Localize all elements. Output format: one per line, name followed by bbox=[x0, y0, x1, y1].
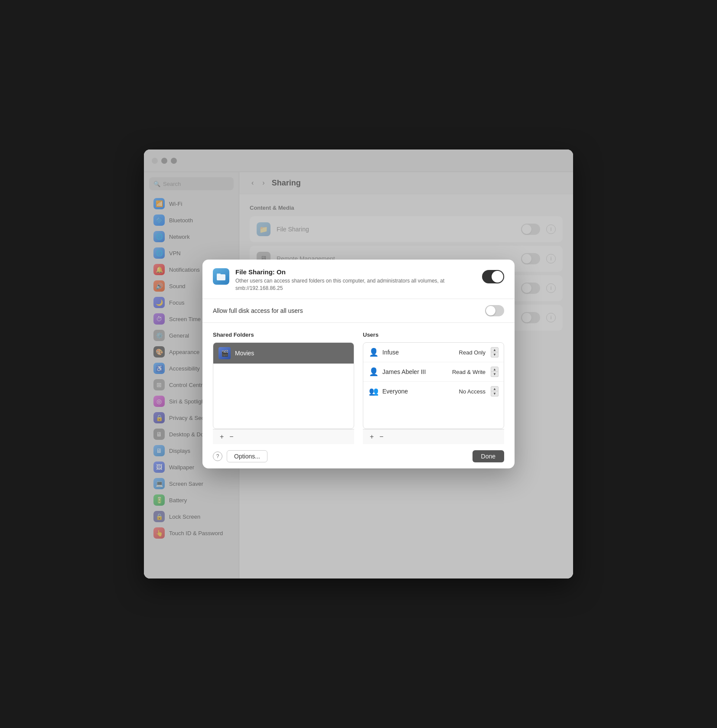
disk-access-toggle[interactable] bbox=[485, 305, 504, 316]
folders-users-section: Shared Folders 🎬 Movies + − Users bbox=[202, 323, 515, 444]
modal-header: File Sharing: On Other users can access … bbox=[202, 260, 515, 299]
folder-item-movies[interactable]: 🎬 Movies bbox=[213, 343, 354, 364]
svg-rect-0 bbox=[217, 274, 225, 280]
user-row-infuse[interactable]: 👤 Infuse Read Only ▲ ▼ bbox=[363, 343, 504, 362]
movies-folder-name: Movies bbox=[235, 350, 254, 357]
james-name: James Abeler III bbox=[382, 368, 449, 375]
file-sharing-modal-description: Other users can access shared folders on… bbox=[235, 277, 476, 292]
file-sharing-modal: File Sharing: On Other users can access … bbox=[202, 260, 515, 469]
users-panel: Users 👤 Infuse Read Only ▲ ▼ 👤 bbox=[363, 332, 504, 444]
users-add-remove-bar: + − bbox=[363, 429, 504, 444]
james-permission: Read & Write bbox=[452, 369, 486, 375]
everyone-permission-down[interactable]: ▼ bbox=[491, 391, 499, 396]
remove-folder-button[interactable]: − bbox=[227, 432, 236, 442]
modal-footer: ? Options... Done bbox=[202, 444, 515, 468]
file-sharing-modal-icon bbox=[213, 268, 229, 285]
svg-rect-1 bbox=[217, 273, 221, 275]
james-permission-down[interactable]: ▼ bbox=[491, 372, 499, 377]
user-row-james[interactable]: 👤 James Abeler III Read & Write ▲ ▼ bbox=[363, 362, 504, 382]
modal-overlay: File Sharing: On Other users can access … bbox=[144, 150, 573, 578]
disk-access-label: Allow full disk access for all users bbox=[213, 307, 485, 314]
james-permission-stepper[interactable]: ▲ ▼ bbox=[491, 367, 499, 377]
file-sharing-modal-toggle[interactable] bbox=[482, 270, 504, 283]
everyone-permission-stepper[interactable]: ▲ ▼ bbox=[491, 386, 499, 396]
file-sharing-info: File Sharing: On Other users can access … bbox=[235, 268, 476, 292]
james-avatar: 👤 bbox=[368, 367, 379, 377]
infuse-avatar: 👤 bbox=[368, 348, 379, 357]
folders-panel: Shared Folders 🎬 Movies + − bbox=[213, 332, 354, 444]
movies-folder-icon: 🎬 bbox=[218, 347, 231, 359]
add-folder-button[interactable]: + bbox=[217, 432, 226, 442]
file-sharing-header-row: File Sharing: On Other users can access … bbox=[213, 268, 504, 292]
remove-user-button[interactable]: − bbox=[377, 432, 386, 442]
infuse-permission-down[interactable]: ▼ bbox=[491, 352, 499, 358]
disk-access-row: Allow full disk access for all users bbox=[202, 299, 515, 323]
shared-folders-header: Shared Folders bbox=[213, 332, 354, 338]
system-preferences-window: 🔍 Search 📶 Wi-Fi 🔷 Bluetooth 🌐 Network 🌐… bbox=[144, 150, 573, 578]
user-row-everyone[interactable]: 👥 Everyone No Access ▲ ▼ bbox=[363, 382, 504, 401]
everyone-permission: No Access bbox=[459, 388, 486, 395]
infuse-permission-stepper[interactable]: ▲ ▼ bbox=[491, 347, 499, 358]
infuse-permission: Read Only bbox=[459, 349, 486, 356]
everyone-name: Everyone bbox=[382, 388, 456, 395]
folders-list: 🎬 Movies bbox=[213, 342, 354, 429]
file-sharing-modal-title: File Sharing: On bbox=[235, 268, 476, 276]
infuse-name: Infuse bbox=[382, 349, 456, 356]
disk-access-knob bbox=[486, 306, 495, 315]
help-button[interactable]: ? bbox=[213, 452, 222, 461]
done-button[interactable]: Done bbox=[473, 450, 504, 462]
infuse-permission-up[interactable]: ▲ bbox=[491, 347, 499, 352]
users-header: Users bbox=[363, 332, 504, 338]
add-user-button[interactable]: + bbox=[367, 432, 376, 442]
file-sharing-modal-toggle-knob bbox=[492, 271, 503, 283]
everyone-avatar: 👥 bbox=[368, 387, 379, 396]
everyone-permission-up[interactable]: ▲ bbox=[491, 386, 499, 391]
james-permission-up[interactable]: ▲ bbox=[491, 367, 499, 372]
folders-add-remove-bar: + − bbox=[213, 429, 354, 444]
users-list: 👤 Infuse Read Only ▲ ▼ 👤 James Abeler II… bbox=[363, 342, 504, 429]
options-button[interactable]: Options... bbox=[227, 450, 267, 462]
